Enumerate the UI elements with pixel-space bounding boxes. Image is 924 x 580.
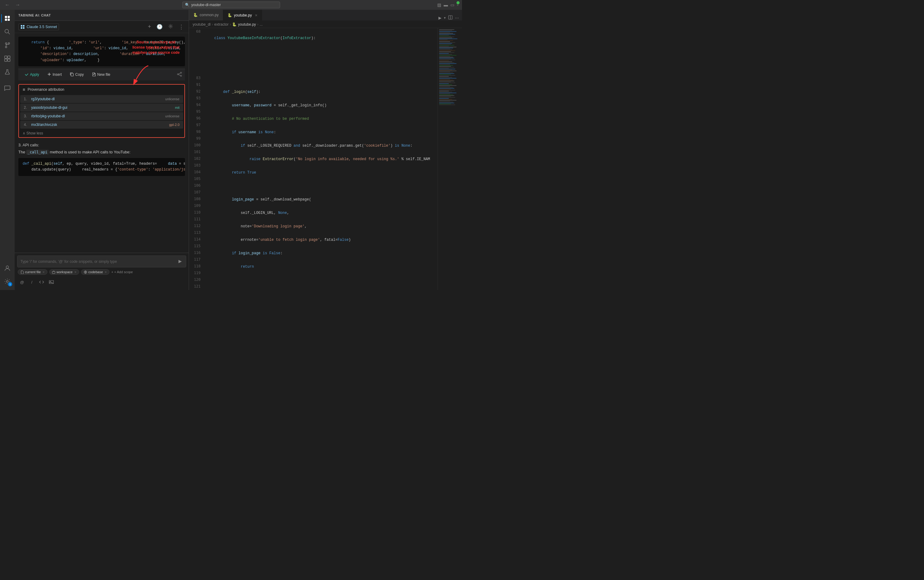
remove-codebase-scope[interactable]: ×	[105, 270, 107, 274]
image-button[interactable]	[47, 278, 56, 286]
activity-flask[interactable]	[1, 66, 13, 78]
activity-chat[interactable]	[1, 82, 13, 94]
provenance-item-2[interactable]: 2. yasoob/youtube-dl-gui mit	[20, 104, 183, 112]
at-button[interactable]: @	[18, 278, 26, 286]
svg-rect-2	[5, 19, 7, 21]
layout3-icon[interactable]: ▭	[450, 2, 454, 7]
tab-common-py[interactable]: 🐍 common.py	[189, 10, 223, 20]
activity-settings[interactable]: 1	[1, 275, 13, 288]
provenance-item-1[interactable]: 1. rg3/youtube-dl unlicense	[20, 95, 183, 103]
title-bar-left: ← →	[4, 2, 21, 8]
layout2-icon[interactable]: ▬	[444, 2, 448, 7]
slash-button[interactable]: /	[28, 278, 36, 286]
svg-rect-10	[5, 56, 7, 58]
activity-search[interactable]	[1, 26, 13, 38]
section-3-label: 3. API calls:	[18, 142, 185, 148]
show-less-button[interactable]: ∧ Show less	[19, 129, 184, 137]
add-scope-button[interactable]: + + Add scope	[111, 270, 133, 274]
action-bar: Apply Insert Copy	[18, 69, 185, 81]
apply-icon	[25, 72, 29, 77]
editor-tabs: 🐍 common.py 🐍 youtube.py × ▶ ▾ ⋯	[189, 10, 462, 21]
apply-button[interactable]: Apply	[21, 71, 42, 79]
minimap[interactable]	[437, 28, 462, 290]
provenance-item-4[interactable]: 4. mx3l/archivczsk gpl-2.0	[20, 121, 183, 129]
code-button[interactable]	[37, 278, 46, 286]
chat-input-area: Type '/' for commands, '@' for code snip…	[15, 253, 189, 290]
scope-workspace[interactable]: workspace ×	[49, 269, 79, 275]
copy-icon	[70, 72, 74, 77]
activity-source-control[interactable]	[1, 39, 13, 51]
provenance-item-3[interactable]: 3. rbrito/pkg-youtube-dl unlicense	[20, 112, 183, 120]
layout-icon[interactable]: ▨	[437, 2, 441, 7]
svg-point-27	[180, 75, 182, 76]
activity-tabnine[interactable]	[1, 12, 13, 25]
editor-area: 🐍 common.py 🐍 youtube.py × ▶ ▾ ⋯ youtube…	[189, 10, 462, 290]
run-button[interactable]: ▶	[439, 16, 442, 20]
svg-line-29	[178, 74, 180, 76]
main-layout: 1 TABNINE AI: CHAT Claude 3.5 Sonnet + 🕐…	[0, 10, 462, 290]
activity-account[interactable]	[1, 262, 13, 274]
back-button[interactable]: ←	[4, 2, 11, 8]
search-text: youtube-dl-master	[191, 3, 221, 7]
layout4-icon[interactable]: ▫	[457, 2, 458, 7]
add-chat-button[interactable]: +	[147, 23, 152, 31]
code-block-2: def _call_api(self, ep, query, video_id,…	[18, 158, 185, 176]
search-icon: 🔍	[185, 3, 190, 7]
run-dropdown[interactable]: ▾	[444, 16, 446, 20]
settings-badge: 1	[8, 282, 12, 286]
tab-youtube-py[interactable]: 🐍 youtube.py ×	[223, 10, 262, 20]
svg-rect-12	[5, 59, 7, 61]
remove-workspace-scope[interactable]: ×	[74, 270, 76, 274]
svg-point-8	[8, 43, 10, 44]
svg-line-5	[8, 33, 10, 35]
code-annotation-block: return { '_type': 'url', 'ie_key': Youtu…	[18, 37, 185, 66]
svg-rect-30	[52, 271, 55, 274]
scope-codebase[interactable]: codebase ×	[81, 269, 109, 275]
breadcrumb-file: youtube.py	[238, 22, 256, 26]
new-file-icon	[92, 72, 96, 77]
title-bar-search[interactable]: 🔍 youtube-dl-master	[182, 2, 280, 8]
more-editor-button[interactable]: ⋯	[455, 16, 459, 20]
tab-active-icon: 🐍	[228, 13, 232, 17]
section-3-text: The _call_api method is used to make API…	[18, 148, 185, 156]
svg-point-7	[5, 46, 7, 48]
chat-input-box[interactable]: Type '/' for commands, '@' for code snip…	[17, 255, 186, 267]
chat-input-placeholder: Type '/' for commands, '@' for code snip…	[20, 259, 175, 264]
insert-button[interactable]: Insert	[44, 71, 65, 79]
activity-extensions[interactable]	[1, 53, 13, 65]
svg-rect-0	[5, 16, 7, 18]
svg-rect-22	[71, 73, 73, 76]
forward-button[interactable]: →	[14, 2, 21, 8]
code-content[interactable]: class YoutubeBaseInfoExtractor(InfoExtra…	[204, 28, 437, 290]
new-file-button[interactable]: New file	[89, 71, 114, 79]
section-3: 3. API calls: The _call_api method is us…	[18, 142, 185, 156]
history-button[interactable]: 🕐	[156, 23, 163, 31]
more-options-button[interactable]: ⋮	[178, 23, 185, 31]
svg-point-14	[6, 266, 8, 268]
model-name: Claude 3.5 Sonnet	[26, 25, 57, 29]
activity-bottom: 1	[1, 262, 13, 290]
svg-point-25	[180, 72, 182, 73]
send-button[interactable]: ►	[177, 258, 183, 265]
scope-current-file[interactable]: current file ×	[18, 269, 48, 275]
svg-rect-11	[8, 56, 10, 58]
title-bar-right: ▨ ▬ ▭ ▫	[437, 2, 458, 7]
split-editor-button[interactable]	[448, 15, 452, 20]
remove-current-file-scope[interactable]: ×	[43, 270, 45, 274]
share-icon[interactable]	[177, 72, 182, 77]
tab-close-button[interactable]: ×	[255, 13, 257, 18]
breadcrumb-extractor: extractor	[214, 22, 229, 26]
svg-rect-3	[8, 19, 10, 21]
chat-settings-button[interactable]	[167, 23, 174, 31]
svg-rect-1	[8, 16, 10, 18]
insert-icon	[47, 72, 51, 77]
chat-content[interactable]: return { '_type': 'url', 'ie_key': Youtu…	[15, 33, 189, 253]
chat-scope-bar: current file × workspace × codebase × + …	[17, 267, 186, 277]
annotation-text: Source repository and license type for o…	[130, 40, 182, 55]
annotation-arrow	[127, 64, 151, 89]
svg-point-15	[7, 280, 8, 282]
code-editor: 68 83 91 92 93 94 95 96 97 98 99 100 101…	[189, 28, 462, 290]
copy-button[interactable]: Copy	[67, 71, 87, 79]
model-selector[interactable]: Claude 3.5 Sonnet	[18, 23, 59, 30]
chat-quick-buttons: @ /	[17, 277, 186, 288]
